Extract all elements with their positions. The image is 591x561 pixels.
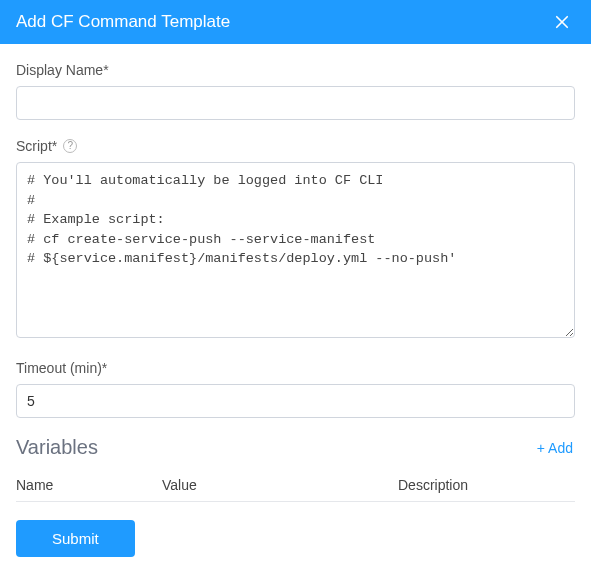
script-label: Script* xyxy=(16,138,57,154)
display-name-input[interactable] xyxy=(16,86,575,120)
display-name-field: Display Name* xyxy=(16,62,575,120)
timeout-label: Timeout (min)* xyxy=(16,360,575,376)
script-field: Script* ? xyxy=(16,138,575,342)
col-name-header: Name xyxy=(16,477,162,493)
timeout-input[interactable] xyxy=(16,384,575,418)
script-label-row: Script* ? xyxy=(16,138,575,154)
col-description-header: Description xyxy=(398,477,575,493)
display-name-label: Display Name* xyxy=(16,62,575,78)
variables-header: Variables + Add xyxy=(16,436,575,459)
variables-table-header: Name Value Description xyxy=(16,469,575,502)
script-textarea[interactable] xyxy=(16,162,575,338)
dialog-header: Add CF Command Template xyxy=(0,0,591,44)
close-button[interactable] xyxy=(549,9,575,35)
dialog-title: Add CF Command Template xyxy=(16,12,230,32)
variables-section: Variables + Add Name Value Description xyxy=(16,436,575,502)
timeout-field: Timeout (min)* xyxy=(16,360,575,418)
dialog-body: Display Name* Script* ? Timeout (min)* V… xyxy=(0,44,591,561)
close-icon xyxy=(553,13,571,31)
add-variable-button[interactable]: + Add xyxy=(535,438,575,458)
help-icon[interactable]: ? xyxy=(63,139,77,153)
submit-button[interactable]: Submit xyxy=(16,520,135,557)
variables-title: Variables xyxy=(16,436,98,459)
col-value-header: Value xyxy=(162,477,398,493)
